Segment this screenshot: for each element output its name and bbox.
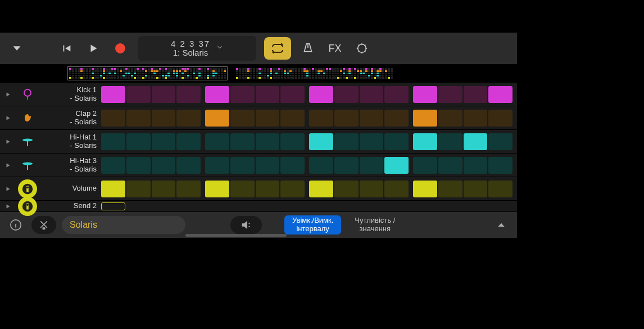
metronome-button[interactable] [296, 36, 320, 61]
step-cell[interactable] [230, 157, 255, 174]
step-cell[interactable] [280, 157, 305, 174]
step-cell[interactable] [309, 181, 333, 197]
step-cell[interactable] [101, 110, 125, 127]
step-cell[interactable] [360, 86, 384, 103]
instrument-icon[interactable] [18, 85, 37, 104]
step-cell[interactable] [280, 133, 305, 150]
menu-dropdown-button[interactable] [4, 36, 29, 61]
step-cell[interactable] [256, 181, 280, 197]
step-cell[interactable] [413, 157, 437, 174]
step-cell[interactable] [256, 133, 280, 150]
step-cell[interactable] [101, 133, 125, 150]
loop-button[interactable] [264, 37, 291, 60]
step-cell[interactable] [101, 86, 125, 103]
step-cell[interactable] [309, 110, 333, 127]
mute-button[interactable] [31, 216, 56, 234]
step-cell[interactable] [438, 133, 462, 150]
step-cell[interactable] [205, 157, 229, 174]
step-cell[interactable] [152, 133, 176, 150]
row-play-button[interactable] [0, 91, 16, 98]
step-cell[interactable] [360, 181, 384, 197]
step-cell[interactable] [360, 110, 384, 127]
overview-block-active[interactable] [67, 66, 228, 80]
step-cell[interactable] [438, 181, 462, 197]
step-cell[interactable] [126, 157, 151, 174]
step-cell[interactable] [334, 110, 359, 127]
step-cell[interactable] [280, 110, 305, 127]
step-cell[interactable] [309, 157, 333, 174]
rewind-button[interactable] [54, 36, 79, 61]
overview-block[interactable] [234, 66, 394, 80]
step-cell[interactable] [230, 133, 255, 150]
lcd-display[interactable]: 4 2 3 37 1: Solaris [138, 36, 256, 61]
step-cell[interactable] [176, 181, 201, 197]
step-cell[interactable] [488, 157, 513, 174]
step-cell[interactable] [101, 157, 125, 174]
record-button[interactable] [108, 36, 133, 61]
step-cell[interactable] [309, 133, 333, 150]
instrument-icon[interactable] [18, 179, 37, 199]
step-cell[interactable] [464, 157, 488, 174]
step-cell[interactable] [384, 181, 409, 197]
step-cell[interactable] [176, 86, 201, 103]
row-play-button[interactable] [0, 162, 16, 169]
step-cell[interactable] [256, 157, 280, 174]
step-cell[interactable] [256, 110, 280, 127]
instrument-icon[interactable] [18, 109, 37, 128]
step-cell[interactable] [334, 86, 359, 103]
step-cell[interactable] [464, 133, 488, 150]
step-cell[interactable] [152, 157, 176, 174]
step-cell[interactable] [464, 181, 488, 197]
step-cell[interactable] [384, 86, 409, 103]
step-cell[interactable] [384, 133, 409, 150]
step-cell[interactable] [334, 157, 359, 174]
step-cell[interactable] [309, 86, 333, 103]
step-cell[interactable] [205, 181, 229, 197]
row-play-button[interactable] [0, 186, 16, 192]
step-cell[interactable] [152, 110, 176, 127]
row-name-field[interactable]: Solaris [62, 216, 185, 234]
row-play-button[interactable] [0, 138, 16, 145]
settings-button[interactable] [350, 36, 374, 61]
step-toggle-mode-button[interactable]: Увімк./Вимк. інтервалу [284, 215, 341, 235]
step-cell[interactable] [256, 86, 280, 103]
step-cell[interactable] [360, 133, 384, 150]
step-cell[interactable] [438, 157, 462, 174]
step-cell[interactable] [488, 110, 513, 127]
step-cell[interactable] [126, 181, 151, 197]
collapse-button[interactable] [491, 216, 511, 234]
step-cell[interactable] [230, 86, 255, 103]
instrument-icon[interactable] [18, 197, 37, 216]
step-cell[interactable] [488, 133, 513, 150]
step-cell[interactable] [205, 133, 229, 150]
step-cell[interactable] [176, 110, 201, 127]
step-cell[interactable] [205, 110, 229, 127]
step-cell[interactable] [230, 181, 255, 197]
step-cell[interactable] [488, 181, 513, 197]
fx-button[interactable]: FX [323, 36, 347, 61]
row-play-button[interactable] [0, 203, 16, 210]
step-cell[interactable] [126, 133, 151, 150]
preview-sound-button[interactable] [230, 216, 262, 234]
step-cell[interactable] [438, 110, 462, 127]
velocity-mode-button[interactable]: Чутливість / значення [347, 215, 403, 235]
step-cell[interactable] [413, 86, 437, 103]
step-cell[interactable] [413, 110, 437, 127]
step-cell[interactable] [205, 86, 229, 103]
step-cell[interactable] [413, 133, 437, 150]
step-cell[interactable] [280, 86, 305, 103]
step-cell[interactable] [152, 86, 176, 103]
step-cell[interactable] [101, 202, 125, 210]
step-cell[interactable] [176, 133, 201, 150]
instrument-icon[interactable] [18, 132, 37, 151]
step-cell[interactable] [280, 181, 305, 197]
horizontal-scrollbar[interactable] [185, 234, 287, 237]
step-cell[interactable] [464, 110, 488, 127]
step-cell[interactable] [334, 133, 359, 150]
step-cell[interactable] [488, 86, 513, 103]
step-cell[interactable] [152, 181, 176, 197]
step-cell[interactable] [464, 86, 488, 103]
step-cell[interactable] [334, 181, 359, 197]
step-cell[interactable] [101, 181, 125, 197]
row-play-button[interactable] [0, 115, 16, 121]
